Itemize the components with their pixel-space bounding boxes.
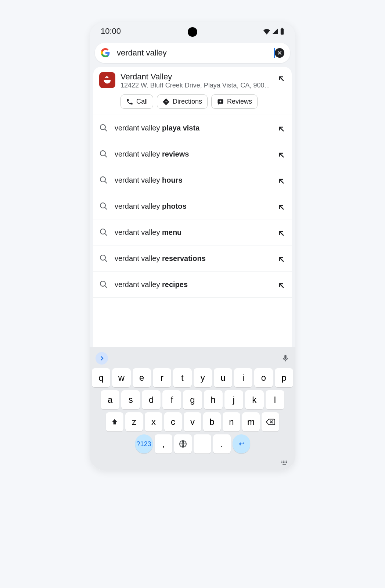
search-icon: [99, 150, 108, 158]
key-l[interactable]: l: [266, 390, 284, 409]
space-key[interactable]: [194, 434, 211, 453]
insert-arrow-icon[interactable]: [277, 151, 286, 159]
svg-rect-0: [281, 29, 284, 35]
comma-key[interactable]: ,: [155, 434, 172, 453]
camera-cutout: [188, 27, 197, 37]
keyboard-expand-button[interactable]: [96, 352, 108, 365]
key-r[interactable]: r: [153, 368, 171, 387]
period-key[interactable]: .: [213, 434, 231, 453]
key-m[interactable]: m: [242, 412, 260, 431]
key-x[interactable]: x: [145, 412, 162, 431]
suggestion-text: verdant valley reviews: [115, 150, 274, 158]
key-c[interactable]: c: [164, 412, 182, 431]
restaurant-icon: [99, 72, 115, 88]
key-f[interactable]: f: [162, 390, 181, 409]
phone-icon: [126, 98, 133, 105]
signal-icon: [272, 28, 278, 35]
directions-chip[interactable]: Directions: [157, 94, 208, 109]
top-result[interactable]: Verdant Valley 12422 W. Bluff Creek Driv…: [93, 67, 292, 115]
key-o[interactable]: o: [254, 368, 273, 387]
keyboard-dock-icon: [281, 460, 288, 465]
key-q[interactable]: q: [92, 368, 110, 387]
key-t[interactable]: t: [173, 368, 191, 387]
keyboard-handle[interactable]: [92, 456, 293, 467]
clear-search-button[interactable]: [275, 48, 284, 58]
place-address: 12422 W. Bluff Creek Drive, Playa Vista,…: [120, 82, 274, 89]
svg-point-16: [283, 462, 284, 463]
place-name: Verdant Valley: [120, 72, 274, 82]
suggestion-row[interactable]: verdant valley reviews: [93, 141, 292, 167]
key-y[interactable]: y: [194, 368, 212, 387]
svg-point-18: [286, 462, 287, 463]
mic-icon[interactable]: [281, 354, 289, 362]
key-z[interactable]: z: [125, 412, 143, 431]
suggestion-row[interactable]: verdant valley recipes: [93, 272, 292, 298]
key-k[interactable]: k: [245, 390, 264, 409]
key-d[interactable]: d: [142, 390, 161, 409]
key-b[interactable]: b: [203, 412, 221, 431]
directions-icon: [162, 98, 170, 105]
enter-key[interactable]: [233, 434, 250, 453]
key-w[interactable]: w: [112, 368, 130, 387]
insert-arrow-icon[interactable]: [277, 74, 286, 83]
suggestion-text: verdant valley menu: [115, 228, 274, 237]
insert-arrow-icon[interactable]: [277, 281, 286, 290]
insert-arrow-icon[interactable]: [277, 203, 286, 212]
suggestion-row[interactable]: verdant valley menu: [93, 219, 292, 245]
suggestion-row[interactable]: verdant valley photos: [93, 193, 292, 219]
svg-point-12: [283, 461, 284, 462]
shift-key[interactable]: [106, 412, 123, 431]
key-i[interactable]: i: [234, 368, 252, 387]
reviews-chip[interactable]: Reviews: [211, 94, 258, 109]
suggestion-text: verdant valley playa vista: [115, 124, 274, 132]
status-time: 10:00: [101, 26, 121, 36]
key-j[interactable]: j: [224, 390, 243, 409]
suggestion-row[interactable]: verdant valley reservations: [93, 245, 292, 272]
key-v[interactable]: v: [184, 412, 201, 431]
phone-frame: 10:00 verdant valley Ver: [90, 22, 295, 470]
battery-icon: [280, 28, 284, 35]
key-a[interactable]: a: [101, 390, 119, 409]
search-icon: [99, 123, 108, 132]
key-p[interactable]: p: [275, 368, 293, 387]
key-n[interactable]: n: [223, 412, 240, 431]
globe-key[interactable]: [174, 434, 192, 453]
key-s[interactable]: s: [121, 390, 140, 409]
search-icon: [99, 176, 108, 184]
key-h[interactable]: h: [204, 390, 223, 409]
insert-arrow-icon[interactable]: [277, 177, 286, 186]
search-icon: [99, 228, 108, 237]
svg-point-3: [100, 125, 105, 130]
suggestion-text: verdant valley hours: [115, 176, 274, 184]
close-icon: [277, 50, 282, 55]
svg-point-13: [284, 461, 285, 462]
svg-point-7: [100, 229, 105, 234]
svg-rect-19: [283, 464, 286, 465]
chevron-right-icon: [98, 355, 105, 362]
call-label: Call: [136, 98, 148, 105]
backspace-key[interactable]: [262, 412, 279, 431]
insert-arrow-icon[interactable]: [277, 255, 286, 264]
suggestion-text: verdant valley reservations: [115, 254, 274, 263]
search-input[interactable]: verdant valley: [117, 48, 274, 58]
wifi-icon: [263, 28, 270, 35]
svg-point-15: [281, 462, 283, 463]
search-bar[interactable]: verdant valley: [95, 43, 290, 63]
svg-point-8: [100, 255, 105, 260]
suggestion-row[interactable]: verdant valley hours: [93, 167, 292, 193]
search-input-wrap[interactable]: verdant valley: [117, 48, 275, 58]
svg-point-14: [286, 461, 287, 462]
numeric-key[interactable]: ?123: [135, 434, 153, 453]
status-icons: [263, 28, 284, 35]
suggestion-row[interactable]: verdant valley playa vista: [93, 115, 292, 141]
key-u[interactable]: u: [214, 368, 232, 387]
enter-icon: [237, 440, 246, 448]
svg-point-4: [100, 151, 105, 156]
insert-arrow-icon[interactable]: [277, 125, 286, 133]
key-g[interactable]: g: [183, 390, 202, 409]
insert-arrow-icon[interactable]: [277, 229, 286, 238]
suggestion-text: verdant valley photos: [115, 202, 274, 211]
svg-point-17: [284, 462, 285, 463]
call-chip[interactable]: Call: [120, 94, 153, 109]
key-e[interactable]: e: [133, 368, 151, 387]
